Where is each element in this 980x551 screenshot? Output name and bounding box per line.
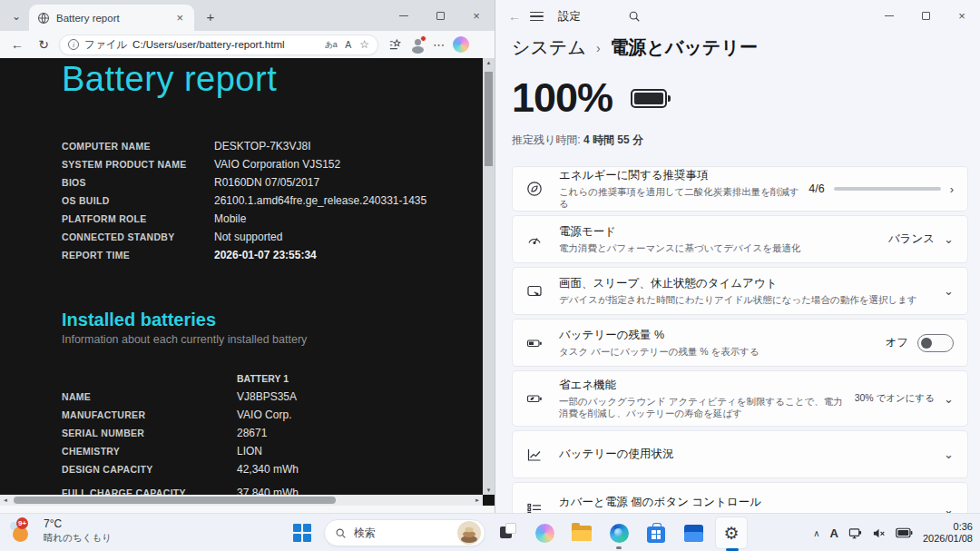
copilot-button[interactable] [529, 515, 560, 551]
taskbar-search[interactable]: 検索 [324, 519, 485, 546]
toggle-state-label: オフ [885, 335, 908, 350]
card-title: カバーと電源 個のボタン コントロール [559, 495, 935, 510]
address-bar-actions: あa A ☆ [325, 38, 369, 51]
edge-icon [610, 524, 629, 543]
outlook-icon [684, 525, 703, 542]
card-energy-recommendations[interactable]: エネルギーに関する推奨事項 これらの推奨事項を適用して二酸化炭素排出量を削減する… [512, 166, 968, 212]
site-info-icon[interactable]: i [68, 39, 79, 50]
translate-icon[interactable]: あa [325, 39, 337, 51]
report-title: Battery report [62, 60, 495, 99]
windows-logo-icon [293, 524, 311, 542]
settings-button-active[interactable]: ⚙ [715, 517, 748, 549]
table-row: SERIAL NUMBER28671 [62, 424, 495, 442]
table-row: COMPUTER NAMEDESKTOP-7K3VJ8I [62, 137, 495, 155]
close-button[interactable]: × [944, 0, 980, 31]
edge-browser-window: ⌄ Battery report × + × ← ↻ i [0, 0, 495, 513]
volume-muted-icon[interactable] [872, 526, 886, 540]
weather-temp: 7°C [44, 517, 112, 530]
scrollbar-thumb[interactable] [485, 72, 493, 166]
battery-percent-toggle[interactable] [917, 334, 954, 352]
card-power-mode[interactable]: 電源モード 電力消費とパフォーマンスに基づいてデバイスを最適化 バランス ⌄ [512, 215, 968, 263]
read-aloud-icon[interactable]: A [345, 39, 351, 50]
card-subtitle: デバイスが指定された時間にわたりアイドル状態になった場合の動作を選択します [559, 294, 935, 306]
scroll-up-icon[interactable]: ▲ [486, 60, 492, 65]
back-icon[interactable]: ← [6, 34, 28, 55]
card-battery-usage[interactable]: バッテリーの使用状況 ⌄ [512, 430, 968, 478]
more-menu-icon[interactable]: ⋯ [433, 38, 446, 52]
store-button[interactable] [641, 515, 671, 551]
edge-window-controls: × [386, 0, 495, 31]
favorite-star-icon[interactable]: ☆ [359, 38, 369, 51]
card-subtitle: タスク バーにバッテリーの残量 % を表示する [559, 346, 876, 358]
outlook-button[interactable] [678, 515, 709, 551]
favorites-hub-icon[interactable] [388, 38, 402, 52]
address-url: C:/Users/user/battery-report.html [132, 39, 284, 50]
table-row: MANUFACTURERVAIO Corp. [62, 406, 495, 424]
card-lid-power-controls[interactable]: カバーと電源 個のボタン コントロール デバイスの物理コントロールを操作したとき… [512, 482, 968, 513]
installed-batteries-table: BATTERY 1 NAMEVJ8BPS35A MANUFACTURERVAIO… [62, 369, 495, 502]
table-header-row: BATTERY 1 [62, 369, 495, 388]
search-placeholder: 検索 [354, 526, 450, 541]
new-tab-button[interactable]: + [200, 5, 221, 27]
battery-tray-icon[interactable] [896, 527, 913, 538]
page-title: 電源とバッテリー [611, 35, 758, 60]
edge-button[interactable] [603, 515, 634, 551]
ime-mode-indicator[interactable]: A [830, 526, 838, 540]
scrollbar-thumb[interactable] [14, 497, 336, 504]
chevron-right-icon[interactable]: › [950, 182, 954, 196]
copilot-icon [535, 524, 554, 543]
table-row: SYSTEM PRODUCT NAMEVAIO Corporation VJS1… [62, 155, 495, 173]
back-icon[interactable]: ← [508, 9, 530, 24]
minimize-button[interactable] [386, 0, 422, 31]
scroll-right-icon[interactable]: ► [475, 497, 480, 503]
address-bar[interactable]: i ファイル C:/Users/user/battery-report.html… [59, 34, 378, 55]
table-row: CHEMISTRYLION [62, 442, 495, 460]
maximize-button[interactable] [907, 0, 944, 31]
hidden-icons-chevron[interactable]: ∧ [813, 528, 819, 538]
edge-toolbar: ← ↻ i ファイル C:/Users/user/battery-report.… [0, 31, 495, 58]
minimize-button[interactable] [871, 0, 907, 31]
tab-close-icon[interactable]: × [173, 11, 186, 25]
chevron-down-icon[interactable]: ⌄ [944, 284, 954, 298]
vertical-scrollbar[interactable]: ▲ ▼ [483, 58, 495, 495]
battery-percent-icon [526, 335, 548, 351]
table-row: REPORT TIME2026-01-07 23:55:34 [62, 246, 495, 264]
chevron-down-icon[interactable]: ⌄ [944, 392, 954, 406]
card-battery-percentage[interactable]: バッテリーの残量 % タスク バーにバッテリーの残量 % を表示する オフ [512, 319, 968, 367]
scroll-down-icon[interactable]: ▼ [486, 487, 492, 493]
recommendations-count: 4/6 [808, 182, 824, 195]
ethernet-icon[interactable] [848, 526, 862, 540]
file-explorer-button[interactable] [566, 515, 597, 551]
scroll-left-icon[interactable]: ◄ [3, 497, 8, 503]
chevron-down-icon[interactable]: ⌄ [944, 448, 954, 461]
profile-avatar[interactable] [409, 36, 426, 53]
browser-tab[interactable]: Battery report × [29, 5, 194, 31]
maximize-button[interactable] [422, 0, 458, 31]
breadcrumb: システム › 電源とバッテリー [495, 35, 980, 60]
refresh-icon[interactable]: ↻ [33, 34, 54, 55]
card-energy-saver[interactable]: 省エネ機能 一部のバックグラウンド アクティビティを制限することで、電力消費を削… [512, 370, 968, 427]
horizontal-scrollbar[interactable]: ◄ ► [0, 495, 483, 506]
power-mode-value: バランス [888, 231, 935, 247]
weather-widget[interactable]: 9+ 7°C 晴れのちくもり [9, 517, 112, 545]
chevron-down-icon[interactable]: ⌄ [944, 503, 954, 514]
taskbar-clock[interactable]: 0:36 2026/01/08 [923, 521, 973, 545]
table-row: DESIGN CAPACITY42,340 mWh [62, 460, 495, 478]
toolbar-actions: ⋯ [388, 36, 469, 53]
table-row: PLATFORM ROLEMobile [62, 210, 495, 228]
close-button[interactable]: × [458, 0, 495, 31]
copilot-icon[interactable] [453, 36, 469, 53]
start-button[interactable] [287, 515, 318, 551]
card-screen-sleep-timeout[interactable]: 画面、スリープ、休止状態のタイムアウト デバイスが指定された時間にわたりアイドル… [512, 267, 968, 315]
gauge-icon [526, 231, 548, 248]
breadcrumb-system[interactable]: システム [512, 35, 586, 60]
menu-icon[interactable] [530, 12, 544, 21]
energy-saver-value: 30% でオンにする [855, 392, 935, 405]
clock-time: 0:36 [923, 521, 973, 533]
tab-search-chevron-icon[interactable]: ⌄ [5, 6, 27, 26]
search-icon[interactable] [628, 10, 641, 23]
chevron-down-icon[interactable]: ⌄ [944, 232, 954, 246]
settings-app-title: 設定 [558, 9, 581, 25]
running-indicator [616, 546, 622, 549]
task-view-button[interactable] [492, 515, 523, 551]
